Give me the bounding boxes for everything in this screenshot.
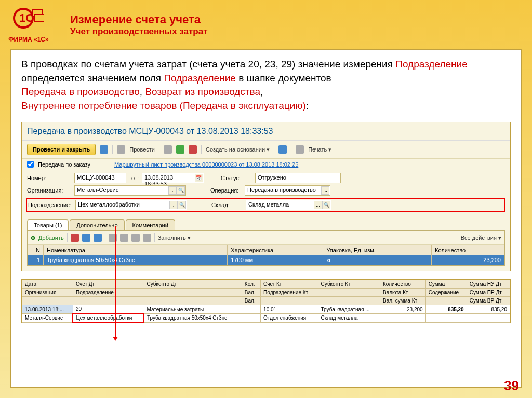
status-field[interactable]: Отгружено — [255, 173, 341, 183]
col-sum-vr[interactable]: Сумма ВР Дт — [467, 297, 510, 305]
col-qty2[interactable]: Количество — [380, 280, 426, 289]
search-icon[interactable]: 🔍 — [178, 201, 186, 209]
table-row[interactable]: Металл-Сервис Цех металлообработки Труба… — [22, 313, 510, 322]
postings-table: Дата Счет Дт Субконто Дт Кол. Счет Кт Су… — [22, 280, 510, 323]
select-icon[interactable]: ... — [169, 201, 178, 209]
add-plus-icon[interactable]: ⊕ — [31, 235, 35, 241]
paste-icon[interactable] — [120, 234, 128, 242]
red-arrow-annotation — [115, 226, 116, 340]
col-dept-kt[interactable]: Подразделение Кт — [261, 289, 318, 297]
calendar-icon[interactable]: 📅 — [195, 174, 203, 182]
main-toolbar: Провести и закрыть Провести Создать на о… — [22, 141, 510, 159]
by-order-label: Передача по заказу — [38, 161, 90, 168]
table-row[interactable]: 13.08.2013 18:... 20 Материальные затрат… — [22, 305, 510, 314]
delete-icon[interactable] — [71, 234, 79, 242]
logo-area: 1C ФИРМА «1С» — [0, 0, 57, 48]
col-sub-dt[interactable]: Субконто Дт — [144, 280, 242, 289]
logo-1c-icon: 1C — [13, 5, 44, 31]
page-subtitle: Учет производственных затрат — [70, 26, 522, 37]
doc-icon[interactable] — [117, 145, 125, 154]
col-sum-pr[interactable]: Сумма ПР Дт — [467, 289, 510, 297]
fill-dropdown[interactable]: Заполнить ▾ — [158, 235, 191, 241]
col-sum[interactable]: Сумма — [425, 280, 467, 289]
content-panel: В проводках по счетам учета затрат (счет… — [10, 49, 522, 388]
select-icon[interactable]: ... — [168, 186, 177, 195]
operation-label: Операция: — [210, 187, 242, 194]
col-curr-kt[interactable]: Валюта Кт — [380, 289, 426, 297]
table-header-row: Дата Счет Дт Субконто Дт Кол. Счет Кт Су… — [22, 280, 510, 289]
intro-text: В проводках по счетам учета затрат (счет… — [21, 58, 511, 113]
dept-label: Подразделение: — [28, 202, 72, 208]
by-order-checkbox[interactable] — [27, 161, 34, 168]
col-date[interactable]: Дата — [22, 280, 73, 289]
tab-goods[interactable]: Товары (1) — [27, 219, 69, 230]
add-button[interactable]: Добавить — [38, 235, 64, 241]
tab-extra[interactable]: Дополнительно — [70, 219, 124, 230]
col-qty[interactable]: Кол. — [242, 280, 260, 289]
page-number: 39 — [504, 378, 519, 394]
col-curr2[interactable]: Вал. — [242, 297, 260, 305]
date-label: от: — [131, 175, 139, 181]
order-checkbox-row: Передача по заказу Маршрутный лист произ… — [22, 159, 510, 170]
app-window: Передача в производство МСЦУ-000043 от 1… — [21, 122, 511, 271]
col-acc-dt[interactable]: Счет Дт — [73, 280, 144, 289]
action2-icon[interactable] — [143, 234, 151, 242]
date-field[interactable]: 13.08.2013 18:33:53📅 — [142, 173, 204, 183]
warehouse-label: Склад: — [211, 202, 243, 208]
col-sum-nu[interactable]: Сумма НУ Дт — [467, 280, 510, 289]
post-and-close-button[interactable]: Провести и закрыть — [27, 144, 96, 155]
dr-cr-icon[interactable] — [189, 145, 197, 154]
col-pack[interactable]: Упаковка, Ед. изм. — [323, 245, 432, 255]
print-dropdown[interactable]: Печать ▾ — [308, 146, 331, 153]
tab-content: ⊕ Добавить Заполнить ▾ Все действия ▾ N — [27, 230, 505, 266]
col-sub-kt[interactable]: Субконто Кт — [318, 280, 380, 289]
tab-comment[interactable]: Комментарий — [126, 219, 175, 230]
goods-table: N Номенклатура Характеристика Упаковка, … — [28, 245, 504, 265]
col-acc-kt[interactable]: Счет Кт — [261, 280, 318, 289]
operation-field[interactable]: Передача в производство... — [245, 185, 330, 196]
up-icon[interactable] — [82, 234, 90, 242]
create-based-dropdown[interactable]: Создать на основании ▾ — [206, 146, 270, 153]
col-char[interactable]: Характеристика — [228, 245, 323, 255]
col-curr-sum[interactable]: Вал. сумма Кт — [380, 297, 426, 305]
number-field[interactable]: МСЦУ-000043 — [74, 173, 126, 183]
page-title: Измерение счета учета — [70, 13, 522, 26]
print-icon[interactable] — [296, 145, 304, 154]
save-icon[interactable] — [100, 145, 108, 154]
search-icon[interactable]: 🔍 — [322, 201, 330, 209]
dt-kt-icon[interactable] — [176, 145, 184, 154]
form-fields: Номер: МСЦУ-000043 от: 13.08.2013 18:33:… — [22, 170, 510, 217]
col-org[interactable]: Организация — [22, 289, 73, 297]
number-label: Номер: — [27, 175, 71, 181]
col-dept[interactable]: Подразделение — [73, 289, 144, 297]
logo-text: ФИРМА «1С» — [5, 36, 52, 43]
down-icon[interactable] — [94, 234, 102, 242]
all-actions-dropdown[interactable]: Все действия ▾ — [461, 235, 501, 241]
attach-icon[interactable] — [278, 145, 287, 154]
route-sheet-link[interactable]: Маршрутный лист производства 00000000023… — [114, 161, 298, 168]
postings-table-wrap: Дата Счет Дт Субконто Дт Кол. Счет Кт Су… — [21, 279, 511, 323]
warehouse-field[interactable]: Склад металла...🔍 — [246, 200, 331, 210]
list-icon[interactable] — [164, 145, 172, 154]
org-field[interactable]: Металл-Сервис...🔍 — [74, 185, 186, 196]
col-content[interactable]: Содержание — [425, 289, 467, 297]
window-title: Передача в производство МСЦУ-000043 от 1… — [22, 122, 510, 141]
table-row[interactable]: 1 Труба квадратная 50x50x4 Ст3пс 1700 мм… — [28, 255, 504, 265]
search-icon[interactable]: 🔍 — [177, 186, 185, 195]
table-header-row: Вал. Вал. сумма Кт Сумма ВР Дт — [22, 297, 510, 305]
action-icon[interactable] — [131, 234, 140, 242]
col-item[interactable]: Номенклатура — [44, 245, 228, 255]
post-button[interactable]: Провести — [129, 146, 155, 153]
grid-toolbar: ⊕ Добавить Заполнить ▾ Все действия ▾ — [28, 231, 504, 245]
svg-rect-3 — [35, 15, 44, 22]
col-curr[interactable]: Вал. — [242, 289, 260, 297]
dept-highlighted-cell: Цех металлообработки — [73, 313, 144, 322]
status-label: Статус: — [221, 175, 252, 181]
col-qty[interactable]: Количество — [432, 245, 504, 255]
select-icon[interactable]: ... — [321, 186, 329, 195]
dept-field[interactable]: Цех металлообработки...🔍 — [75, 200, 187, 210]
select-icon[interactable]: ... — [314, 201, 322, 209]
table-header-row: N Номенклатура Характеристика Упаковка, … — [28, 245, 504, 255]
table-header-row: Организация Подразделение Вал. Подраздел… — [22, 289, 510, 297]
col-n[interactable]: N — [28, 245, 44, 255]
